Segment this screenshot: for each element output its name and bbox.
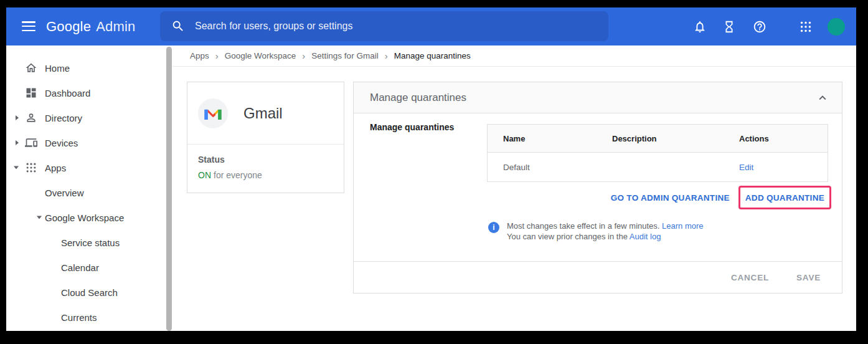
admin-console-screen: Google Admin Search for users, groups or… bbox=[6, 7, 856, 331]
expand-right-icon[interactable] bbox=[16, 140, 19, 145]
gmail-logo-icon bbox=[198, 98, 228, 128]
go-to-admin-quarantine-button[interactable]: GO TO ADMIN QUARANTINE bbox=[611, 193, 730, 203]
expand-right-icon[interactable] bbox=[16, 115, 19, 120]
sidebar: HomeDashboardDirectoryDevicesAppsOvervie… bbox=[6, 45, 172, 331]
topbar: Google Admin Search for users, groups or… bbox=[6, 7, 856, 45]
status-label: Status bbox=[198, 155, 333, 165]
table-header-row: NameDescriptionActions bbox=[488, 125, 828, 153]
breadcrumb-separator: › bbox=[302, 50, 305, 61]
main-content: Apps›Google Workspace›Settings for Gmail… bbox=[172, 45, 856, 331]
apps-grid-icon bbox=[25, 161, 37, 174]
sidebar-item-label: Currents bbox=[61, 312, 97, 323]
breadcrumb: Apps›Google Workspace›Settings for Gmail… bbox=[172, 45, 856, 67]
panel-footer: CANCEL SAVE bbox=[354, 261, 842, 293]
quarantines-table: NameDescriptionActions DefaultEdit bbox=[487, 124, 828, 182]
sidebar-item-label: Calendar bbox=[61, 262, 99, 273]
help-icon[interactable] bbox=[753, 20, 767, 34]
manage-quarantines-panel: Manage quarantines Manage quarantines Na… bbox=[353, 82, 842, 294]
dashboard-icon bbox=[25, 87, 37, 99]
table-actions-row: GO TO ADMIN QUARANTINE ADD QUARANTINE bbox=[611, 186, 831, 209]
devices-icon bbox=[25, 136, 37, 149]
apps-grid-icon[interactable] bbox=[799, 20, 813, 34]
gmail-service-card: Gmail Status ONfor everyone bbox=[187, 82, 344, 193]
sidebar-item-calendar[interactable]: Calendar bbox=[6, 255, 172, 280]
search-placeholder: Search for users, groups or settings bbox=[195, 21, 352, 32]
tasks-hourglass-icon[interactable] bbox=[722, 20, 736, 34]
sidebar-item-currents[interactable]: Currents bbox=[6, 305, 172, 330]
status-suffix: for everyone bbox=[214, 170, 262, 180]
chevron-up-icon[interactable] bbox=[816, 91, 829, 105]
brand-google: Google bbox=[46, 19, 91, 35]
sidebar-item-label: Overview bbox=[45, 188, 84, 198]
panel-body: Manage quarantines NameDescriptionAction… bbox=[354, 113, 842, 261]
info-note: i Most changes take effect in a few minu… bbox=[488, 221, 704, 242]
brand-admin: Admin bbox=[96, 19, 135, 35]
info-line2: You can view prior changes in the bbox=[507, 232, 628, 241]
service-title: Gmail bbox=[243, 105, 283, 122]
sidebar-item-directory[interactable]: Directory bbox=[6, 105, 172, 130]
sidebar-item-label: Apps bbox=[45, 163, 66, 173]
sidebar-item-apps[interactable]: Apps bbox=[6, 155, 172, 180]
sidebar-item-label: Cloud Search bbox=[61, 287, 118, 298]
section-label: Manage quarantines bbox=[370, 122, 454, 132]
expand-down-icon[interactable] bbox=[37, 216, 42, 219]
learn-more-link[interactable]: Learn more bbox=[662, 221, 703, 231]
person-icon bbox=[25, 112, 37, 124]
table-header-actions: Actions bbox=[739, 134, 828, 143]
info-text: Most changes take effect in a few minute… bbox=[507, 221, 704, 242]
add-quarantine-button[interactable]: ADD QUARANTINE bbox=[745, 193, 824, 203]
annotation-highlight-box: ADD QUARANTINE bbox=[738, 186, 831, 209]
sidebar-item-label: Directory bbox=[45, 113, 82, 123]
sidebar-item-devices[interactable]: Devices bbox=[6, 130, 172, 155]
cell-name: Default bbox=[503, 163, 612, 172]
table-header-name: Name bbox=[503, 134, 612, 143]
breadcrumb-current: Manage quarantines bbox=[394, 51, 471, 60]
breadcrumb-link[interactable]: Settings for Gmail bbox=[311, 51, 378, 60]
edit-link[interactable]: Edit bbox=[739, 163, 828, 172]
menu-icon[interactable] bbox=[22, 21, 35, 31]
service-status-block: Status ONfor everyone bbox=[187, 145, 344, 193]
sidebar-item-label: Devices bbox=[45, 138, 78, 148]
breadcrumb-link[interactable]: Apps bbox=[190, 51, 209, 60]
audit-log-link[interactable]: Audit log bbox=[630, 232, 661, 241]
sidebar-item-home[interactable]: Home bbox=[6, 55, 172, 80]
table-header-description: Description bbox=[612, 134, 739, 143]
gmail-card-header: Gmail bbox=[187, 82, 344, 145]
info-icon: i bbox=[488, 222, 499, 233]
notifications-bell-icon[interactable] bbox=[693, 20, 707, 34]
sidebar-item-google-workspace[interactable]: Google Workspace bbox=[6, 205, 172, 230]
topbar-actions bbox=[693, 7, 845, 45]
status-value: ONfor everyone bbox=[198, 170, 333, 180]
avatar[interactable] bbox=[828, 18, 845, 36]
google-admin-logo: Google Admin bbox=[46, 7, 136, 45]
sidebar-item-overview[interactable]: Overview bbox=[6, 180, 172, 205]
app-body: HomeDashboardDirectoryDevicesAppsOvervie… bbox=[6, 45, 856, 331]
sidebar-item-cloud-search[interactable]: Cloud Search bbox=[6, 280, 172, 305]
sidebar-item-dashboard[interactable]: Dashboard bbox=[6, 80, 172, 105]
home-icon bbox=[25, 62, 37, 74]
cancel-button[interactable]: CANCEL bbox=[731, 273, 769, 282]
sidebar-item-service-status[interactable]: Service status bbox=[6, 230, 172, 255]
sidebar-item-label: Home bbox=[45, 63, 70, 74]
sidebar-item-label: Service status bbox=[61, 237, 120, 248]
breadcrumb-separator: › bbox=[385, 50, 388, 61]
search-icon bbox=[171, 19, 185, 33]
sidebar-item-label: Google Workspace bbox=[45, 213, 124, 223]
table-row: DefaultEdit bbox=[488, 153, 828, 181]
sidebar-item-label: Dashboard bbox=[45, 88, 90, 98]
breadcrumb-separator: › bbox=[215, 50, 219, 61]
panel-header[interactable]: Manage quarantines bbox=[354, 82, 842, 113]
panel-title: Manage quarantines bbox=[370, 92, 466, 104]
expand-down-icon[interactable] bbox=[14, 166, 19, 170]
breadcrumb-link[interactable]: Google Workspace bbox=[225, 51, 296, 60]
save-button[interactable]: SAVE bbox=[796, 273, 821, 282]
search-input[interactable]: Search for users, groups or settings bbox=[160, 11, 608, 41]
info-line1: Most changes take effect in a few minute… bbox=[507, 221, 659, 231]
status-on-badge: ON bbox=[198, 170, 211, 180]
table-rows: DefaultEdit bbox=[488, 153, 828, 181]
sidebar-scrollbar[interactable] bbox=[166, 47, 172, 331]
